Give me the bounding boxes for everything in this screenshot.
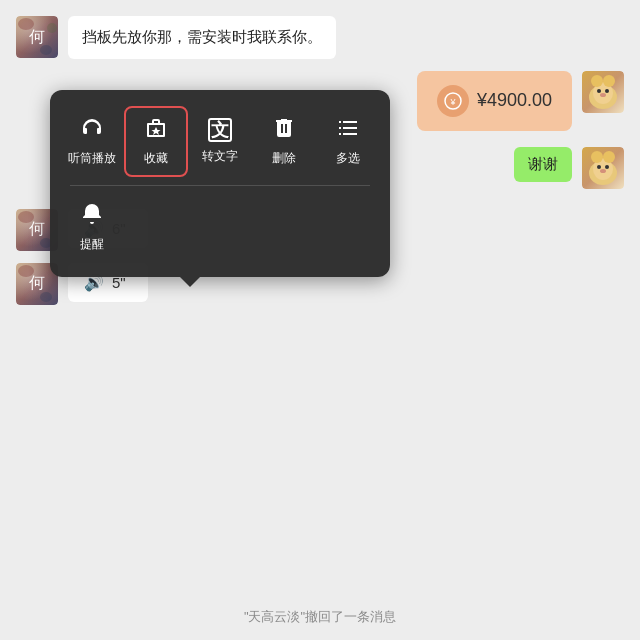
menu-item-multiselect[interactable]: 多选 <box>316 106 380 177</box>
collect-icon <box>144 116 168 144</box>
svg-point-2 <box>47 23 57 33</box>
msg-text-1: 挡板先放你那，需安装时我联系你。 <box>82 28 322 45</box>
revoke-notice: "天高云淡"撤回了一条消息 <box>0 604 640 630</box>
context-menu-row-2: 提醒 <box>60 194 380 261</box>
listen-label: 听筒播放 <box>68 150 116 167</box>
avatar-fox-3 <box>582 147 624 189</box>
avatar-right-2 <box>582 71 624 113</box>
trash-svg <box>272 116 296 140</box>
menu-item-collect[interactable]: 收藏 <box>124 106 188 177</box>
menu-arrow <box>180 277 200 287</box>
menu-item-remind[interactable]: 提醒 <box>60 194 124 261</box>
avatar-left-1: 何 <box>16 16 58 58</box>
menu-item-listen[interactable]: 听筒播放 <box>60 106 124 177</box>
avatar-char-4: 何 <box>29 219 45 240</box>
msg-bubble-3: 谢谢 <box>514 147 572 182</box>
remind-icon <box>80 202 104 230</box>
msg-bubble-1: 挡板先放你那，需安装时我联系你。 <box>68 16 336 59</box>
multiselect-icon <box>336 116 360 144</box>
delete-label: 删除 <box>272 150 296 167</box>
remind-label: 提醒 <box>80 236 104 253</box>
collect-svg <box>144 116 168 140</box>
svg-text:¥: ¥ <box>449 97 456 107</box>
text-convert-label: 转文字 <box>202 148 238 165</box>
avatar-fox-2 <box>582 71 624 113</box>
multiselect-label: 多选 <box>336 150 360 167</box>
transfer-icon: ¥ <box>444 92 462 110</box>
bell-svg <box>80 202 104 226</box>
avatar-char-1: 何 <box>29 27 45 48</box>
text-convert-icon: 文 <box>208 118 232 142</box>
listen-icon <box>80 116 104 144</box>
earphone-svg <box>80 116 104 140</box>
multiselect-svg <box>336 116 360 140</box>
price-icon: ¥ <box>437 85 469 117</box>
price-amount: ¥4900.00 <box>477 90 552 111</box>
delete-icon <box>272 116 296 144</box>
revoke-text: "天高云淡"撤回了一条消息 <box>244 609 396 624</box>
menu-item-text[interactable]: 文 转文字 <box>188 106 252 177</box>
avatar-char-5: 何 <box>29 273 45 294</box>
avatar-ink-1: 何 <box>16 16 58 58</box>
context-menu-row-1: 听筒播放 收藏 文 转文字 <box>60 106 380 177</box>
collect-label: 收藏 <box>144 150 168 167</box>
context-menu: 听筒播放 收藏 文 转文字 <box>50 90 390 277</box>
msg-text-3: 谢谢 <box>528 155 558 172</box>
msg-price-bubble: ¥ ¥4900.00 <box>417 71 572 131</box>
menu-item-delete[interactable]: 删除 <box>252 106 316 177</box>
chat-container: 何 挡板先放你那，需安装时我联系你。 ¥ <box>0 0 640 640</box>
menu-divider <box>70 185 370 186</box>
avatar-right-3 <box>582 147 624 189</box>
msg-row-1: 何 挡板先放你那，需安装时我联系你。 <box>0 10 640 65</box>
